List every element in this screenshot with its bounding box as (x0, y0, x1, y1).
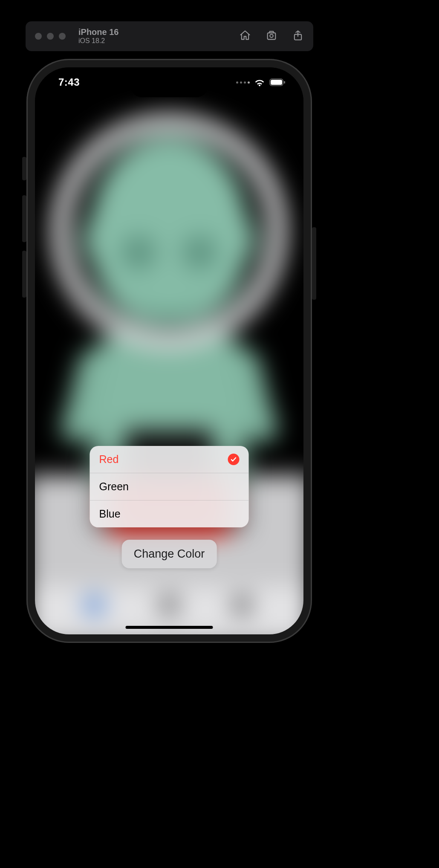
share-icon[interactable] (292, 29, 304, 43)
menu-item-label: Green (99, 480, 129, 493)
menu-item-blue[interactable]: Blue (90, 501, 249, 527)
status-time: 7:43 (58, 76, 80, 88)
color-menu-popover: Red Green Blue (90, 446, 249, 527)
home-icon[interactable] (239, 29, 251, 43)
tab-item-1[interactable] (86, 595, 103, 615)
screenshot-icon[interactable] (266, 29, 277, 43)
simulator-titlebar: iPhone 16 iOS 18.2 (26, 21, 313, 51)
tab-item-2[interactable] (161, 595, 178, 615)
side-button-vol-up (22, 195, 26, 242)
menu-item-green[interactable]: Green (90, 473, 249, 501)
simulator-title: iPhone 16 iOS 18.2 (78, 27, 118, 45)
home-indicator[interactable] (126, 626, 213, 629)
dynamic-island (131, 76, 208, 97)
battery-icon (269, 78, 286, 86)
side-button-vol-down (22, 251, 26, 298)
simulator-os-label: iOS 18.2 (78, 37, 118, 45)
device-frame: 7:43 (26, 59, 312, 643)
svg-rect-5 (284, 81, 285, 84)
change-color-button[interactable]: Change Color (122, 540, 217, 568)
checkmark-icon (228, 454, 240, 465)
svg-point-1 (270, 34, 273, 37)
traffic-close[interactable] (35, 33, 42, 40)
wifi-icon (254, 78, 265, 87)
button-label: Change Color (134, 547, 205, 560)
traffic-minimize[interactable] (47, 33, 54, 40)
svg-rect-4 (271, 80, 282, 85)
side-button-silence (22, 157, 26, 180)
cellular-icon (236, 81, 250, 84)
astronaut-helmet-ring (52, 114, 286, 349)
menu-item-red[interactable]: Red (90, 446, 249, 473)
device-screen: 7:43 (35, 67, 303, 634)
simulator-device-label: iPhone 16 (78, 27, 118, 37)
traffic-zoom[interactable] (59, 33, 66, 40)
menu-item-label: Red (99, 453, 119, 466)
tab-item-3[interactable] (234, 595, 251, 615)
window-traffic-lights[interactable] (35, 33, 66, 40)
menu-item-label: Blue (99, 508, 121, 520)
side-button-power (312, 227, 316, 300)
